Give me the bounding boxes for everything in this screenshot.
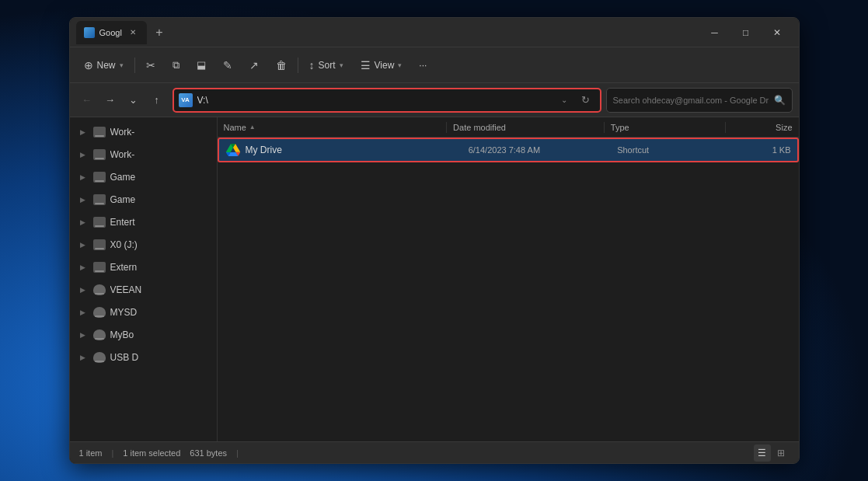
sort-arrow-icon: ▲ [249, 124, 256, 131]
delete-button[interactable]: 🗑 [268, 53, 295, 78]
sidebar-item-label: Entert [110, 217, 207, 228]
table-row[interactable]: My Drive 6/14/2023 7:48 AM Shortcut 1 KB [218, 138, 799, 162]
view-button[interactable]: ☰ View ▾ [353, 53, 410, 78]
details-view-button[interactable]: ☰ [754, 444, 771, 462]
nav-arrows: ← → ⌄ ↑ [76, 89, 168, 111]
new-icon: ⊕ [84, 59, 93, 71]
tiles-view-icon: ⊞ [777, 448, 785, 458]
view-toggle-group: ☰ ⊞ [754, 444, 790, 462]
tab-favicon [84, 27, 95, 38]
expand-icon: ▶ [78, 149, 89, 160]
col-divider-2 [604, 122, 605, 133]
sort-icon: ↕ [309, 59, 315, 71]
paste-icon: ⬓ [197, 59, 206, 71]
minimize-button[interactable]: ─ [699, 21, 730, 44]
drive-icon [93, 194, 106, 205]
sidebar-item-mybo[interactable]: ▶ MyBo [73, 324, 214, 346]
column-date[interactable]: Date modified [453, 123, 598, 132]
file-pane: Name ▲ Date modified Type Size [218, 117, 799, 441]
copy-icon: ⧉ [173, 59, 180, 71]
sidebar-item-entert[interactable]: ▶ Entert [73, 211, 214, 233]
paste-button[interactable]: ⬓ [189, 53, 214, 78]
content-area: ▶ Work- ▶ Work- ▶ Game ▶ Game ▶ [70, 117, 799, 441]
close-button[interactable]: ✕ [762, 21, 793, 44]
new-tab-button[interactable]: + [150, 23, 169, 42]
column-date-label: Date modified [453, 123, 506, 132]
up-button[interactable]: ↑ [146, 89, 168, 111]
rename-button[interactable]: ✎ [215, 53, 240, 78]
drive-icon [93, 239, 106, 250]
drive-icon [93, 262, 106, 273]
drive-icon [93, 172, 106, 183]
column-type-label: Type [611, 123, 629, 132]
status-separator-2: | [236, 448, 239, 458]
titlebar-controls: ─ □ ✕ [699, 21, 793, 44]
drive-icon [93, 329, 106, 340]
sidebar-item-label: MYSD [110, 307, 207, 318]
navigation-bar: ← → ⌄ ↑ VA ⌄ ↻ 🔍 [70, 83, 799, 117]
up-icon: ↑ [154, 94, 159, 106]
sidebar-item-label: X0 (J:) [110, 239, 207, 250]
rename-icon: ✎ [223, 59, 232, 71]
share-icon: ↗ [249, 59, 259, 71]
forward-icon: → [105, 94, 115, 106]
cut-icon: ✂ [146, 59, 155, 71]
sidebar-item-work2[interactable]: ▶ Work- [73, 144, 214, 166]
column-type[interactable]: Type [611, 123, 719, 132]
search-bar[interactable]: 🔍 [606, 88, 793, 113]
column-size-label: Size [776, 123, 792, 132]
sidebar-item-mysd[interactable]: ▶ MYSD [73, 301, 214, 323]
refresh-button[interactable]: ↻ [577, 91, 595, 110]
active-tab[interactable]: Googl ✕ [76, 21, 147, 44]
cut-button[interactable]: ✂ [138, 53, 163, 78]
new-button[interactable]: ⊕ New ▾ [76, 53, 131, 78]
drive-icon [93, 352, 106, 363]
toolbar: ⊕ New ▾ ✂ ⧉ ⬓ ✎ ↗ 🗑 ↕ Sort ▾ ☰ [70, 47, 799, 83]
sidebar-item-usb[interactable]: ▶ USB D [73, 347, 214, 368]
drive-icon [93, 217, 106, 228]
forward-button[interactable]: → [99, 89, 121, 111]
new-dropdown-icon: ▾ [120, 61, 124, 69]
back-icon: ← [82, 94, 92, 106]
statusbar: 1 item | 1 item selected 631 bytes | ☰ ⊞ [70, 441, 799, 463]
sidebar-item-game2[interactable]: ▶ Game [73, 189, 214, 211]
sidebar-item-work1[interactable]: ▶ Work- [73, 121, 214, 143]
sidebar-item-x0[interactable]: ▶ X0 (J:) [73, 234, 214, 256]
share-button[interactable]: ↗ [242, 53, 267, 78]
tab-title: Googl [99, 28, 122, 37]
expand-nav-button[interactable]: ⌄ [123, 89, 145, 111]
view-label: View [375, 60, 395, 71]
column-name-label: Name [224, 123, 246, 132]
file-icon [225, 142, 241, 158]
sidebar-item-label: MyBo [110, 329, 207, 340]
address-drive-icon: VA [179, 93, 193, 107]
tiles-view-button[interactable]: ⊞ [772, 444, 790, 462]
maximize-button[interactable]: □ [730, 21, 762, 44]
address-bar[interactable]: VA ⌄ ↻ [173, 88, 601, 113]
back-button[interactable]: ← [76, 89, 98, 111]
toolbar-separator-2 [298, 58, 298, 73]
google-drive-icon [226, 143, 240, 157]
item-count: 1 item [79, 448, 103, 458]
sidebar-item-game1[interactable]: ▶ Game [73, 166, 214, 188]
sort-label: Sort [319, 60, 336, 71]
expand-icon: ▶ [78, 262, 89, 273]
more-options-button[interactable]: ··· [411, 53, 434, 78]
new-label: New [97, 60, 116, 71]
drive-icon [93, 127, 106, 138]
refresh-icon: ↻ [581, 94, 590, 106]
copy-button[interactable]: ⧉ [165, 53, 187, 78]
address-dropdown-button[interactable]: ⌄ [556, 92, 572, 108]
sidebar-item-extern[interactable]: ▶ Extern [73, 256, 214, 278]
search-input[interactable] [613, 96, 769, 105]
sidebar-item-veean[interactable]: ▶ VEEAN [73, 279, 214, 301]
address-input[interactable] [197, 95, 552, 106]
details-view-icon: ☰ [758, 448, 766, 458]
file-type: Shortcut [617, 145, 729, 155]
tab-close-button[interactable]: ✕ [127, 26, 139, 39]
column-name[interactable]: Name ▲ [224, 123, 441, 132]
column-size[interactable]: Size [732, 123, 792, 132]
sort-button[interactable]: ↕ Sort ▾ [302, 53, 351, 78]
expand-icon: ▶ [78, 329, 89, 340]
search-icon[interactable]: 🔍 [774, 95, 786, 106]
